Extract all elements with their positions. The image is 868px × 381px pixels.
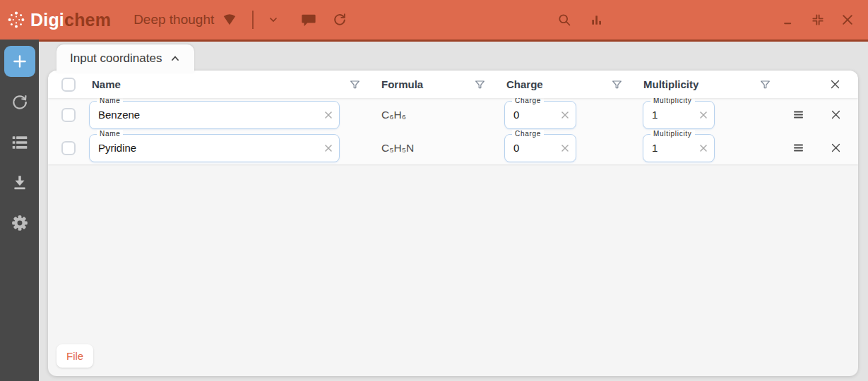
name-field-wrapper: Name — [89, 134, 340, 162]
multiplicity-field-wrapper: Multiplicity — [643, 101, 715, 129]
plus-icon — [11, 52, 29, 71]
header-checkbox-cell — [48, 78, 89, 92]
multiplicity-cell: Multiplicity — [626, 134, 775, 162]
close-table-button[interactable] — [829, 78, 841, 90]
tab-input-coordinates[interactable]: Input coordinates — [57, 44, 194, 73]
table-row-benzene: Name C₆H₆ Charge — [48, 98, 858, 131]
project-name: Deep thought — [133, 12, 214, 28]
charge-field-wrapper: Charge — [504, 134, 576, 162]
row-checkbox[interactable] — [61, 141, 76, 155]
minimize-button[interactable] — [779, 11, 797, 29]
gear-settings-button[interactable] — [11, 214, 29, 232]
table-header-row: Name Formula Charg — [48, 71, 858, 98]
clear-charge-icon[interactable] — [560, 110, 570, 120]
formula-column-label: Formula — [381, 78, 423, 90]
coordinates-panel: Name Formula Charg — [48, 71, 858, 376]
app-header: Digichem Deep thought — [0, 0, 868, 40]
column-header-multiplicity: Multiplicity — [626, 71, 775, 98]
bar-chart-button[interactable] — [588, 11, 606, 29]
page-content: Input coordinates Name — [39, 40, 868, 381]
row-menu-button[interactable] — [792, 109, 804, 121]
row-actions — [775, 109, 858, 121]
project-selector[interactable]: Deep thought — [133, 11, 283, 29]
charge-field-wrapper: Charge — [504, 101, 576, 129]
charge-filter-icon[interactable] — [612, 79, 622, 90]
charge-cell: Charge — [489, 134, 626, 162]
header-divider — [252, 11, 254, 29]
clear-name-icon[interactable] — [323, 110, 333, 120]
row-checkbox[interactable] — [61, 108, 76, 122]
header-tools — [555, 11, 606, 29]
name-column-label: Name — [92, 78, 121, 90]
charge-column-label: Charge — [506, 78, 543, 90]
app-title-part2: chem — [64, 10, 111, 30]
app-logo: Digichem — [7, 10, 111, 30]
tab-label: Input coordinates — [70, 52, 162, 66]
charge-field-label: Charge — [512, 130, 544, 138]
formula-value: C₆H₆ — [364, 109, 489, 121]
window-controls — [779, 11, 858, 29]
multiplicity-filter-icon[interactable] — [760, 79, 771, 90]
clear-multiplicity-icon[interactable] — [698, 110, 708, 120]
molecule-burst-icon — [7, 11, 25, 29]
chevron-up-icon — [170, 53, 181, 64]
close-window-button[interactable] — [838, 11, 857, 29]
name-field-label: Name — [97, 130, 123, 138]
table-row-pyridine: Name C₅H₅N Charge — [48, 131, 858, 164]
row-menu-button[interactable] — [792, 142, 804, 154]
sidebar — [0, 40, 39, 381]
clear-name-icon[interactable] — [323, 143, 333, 153]
app-title: Digichem — [30, 10, 111, 30]
name-input[interactable] — [90, 135, 339, 162]
row-delete-button[interactable] — [830, 142, 842, 154]
add-button[interactable] — [4, 46, 35, 77]
app-title-part1: Digi — [30, 10, 64, 30]
formula-filter-icon[interactable] — [475, 79, 485, 90]
name-filter-icon[interactable] — [350, 79, 360, 90]
row-actions — [775, 142, 858, 154]
charge-cell: Charge — [489, 101, 626, 129]
name-input[interactable] — [90, 102, 339, 128]
multiplicity-column-label: Multiplicity — [643, 78, 698, 90]
file-button[interactable]: File — [57, 344, 93, 368]
column-header-charge: Charge — [489, 71, 626, 98]
fan-indicator-icon — [220, 11, 239, 29]
table-rows: Name C₆H₆ Charge — [48, 98, 858, 164]
clear-multiplicity-icon[interactable] — [698, 143, 708, 153]
chat-button[interactable] — [299, 11, 318, 29]
sync-button[interactable] — [331, 11, 349, 29]
main-area: Input coordinates Name — [0, 40, 868, 381]
chevron-down-icon — [264, 11, 283, 29]
multiplicity-cell: Multiplicity — [626, 101, 775, 129]
row-checkbox-cell — [48, 141, 89, 155]
row-checkbox-cell — [48, 108, 89, 122]
panel-footer: File — [48, 344, 858, 376]
name-cell: Name — [89, 134, 364, 162]
row-delete-button[interactable] — [830, 109, 842, 121]
queue-list-button[interactable] — [11, 133, 29, 152]
column-header-name: Name — [89, 71, 364, 98]
name-cell: Name — [89, 101, 364, 129]
table-close-cell — [775, 71, 858, 98]
multiplicity-field-wrapper: Multiplicity — [643, 134, 715, 162]
formula-value: C₅H₅N — [364, 142, 489, 155]
name-field-wrapper: Name — [89, 101, 340, 129]
column-header-formula: Formula — [364, 71, 489, 98]
multiplicity-field-label: Multiplicity — [650, 130, 695, 138]
select-all-checkbox[interactable] — [61, 78, 76, 92]
search-button[interactable] — [555, 11, 573, 29]
clear-charge-icon[interactable] — [560, 143, 570, 153]
compress-window-button[interactable] — [809, 11, 827, 29]
refresh-cycle-button[interactable] — [11, 93, 29, 111]
panel-empty-area — [48, 164, 858, 344]
download-button[interactable] — [11, 174, 29, 192]
